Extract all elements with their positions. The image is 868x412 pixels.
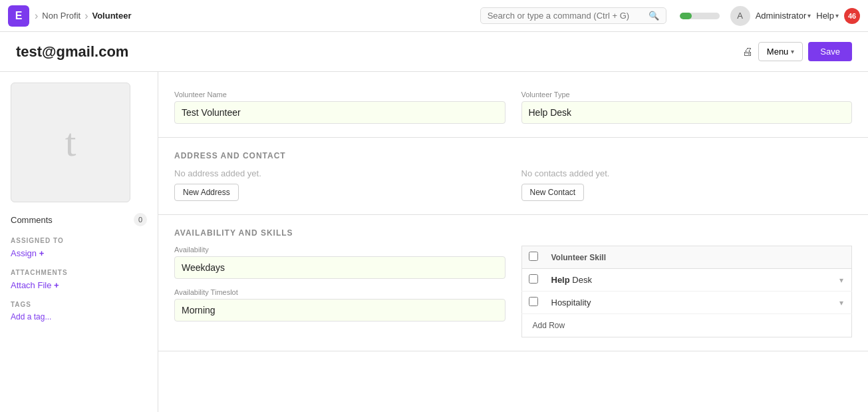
new-address-button[interactable]: New Address	[174, 184, 239, 201]
skill-checkbox-2[interactable]	[529, 297, 538, 306]
add-tag-button[interactable]: Add a tag...	[11, 312, 147, 321]
menu-caret-icon: ▾	[791, 48, 794, 55]
print-icon[interactable]: 🖨	[742, 46, 753, 58]
skills-table: Volunteer Skill Help Desk	[521, 246, 853, 337]
skill-checkbox-cell-1	[521, 269, 545, 292]
avatar-placeholder: t	[11, 83, 130, 202]
skill-dropdown-2[interactable]: ▾	[832, 292, 852, 314]
assigned-to-section: ASSIGNED TO Assign +	[11, 237, 147, 258]
timeslot-input[interactable]	[174, 299, 506, 321]
add-row-cell: Add Row	[521, 314, 852, 337]
skills-select-all-checkbox[interactable]	[529, 252, 538, 261]
admin-caret-icon: ▾	[807, 12, 811, 19]
availability-col: Availability Availability Timeslot	[174, 246, 506, 337]
notification-badge[interactable]: 46	[844, 8, 860, 24]
timeslot-group: Availability Timeslot	[174, 288, 506, 321]
skills-header-label: Volunteer Skill	[545, 246, 832, 269]
volunteer-type-group: Volunteer Type	[521, 91, 853, 124]
help-caret-icon: ▾	[835, 12, 839, 19]
breadcrumb-parent[interactable]: Non Profit	[42, 11, 80, 21]
skill-checkbox-1[interactable]	[529, 274, 538, 284]
new-contact-button[interactable]: New Contact	[521, 184, 585, 201]
address-contact-section: ADDRESS AND CONTACT No address added yet…	[158, 138, 868, 215]
skills-col: Volunteer Skill Help Desk	[521, 246, 853, 337]
menu-button[interactable]: Menu ▾	[758, 42, 803, 61]
attachments-title: ATTACHMENTS	[11, 269, 147, 276]
comments-count: 0	[134, 213, 147, 226]
timeslot-label: Availability Timeslot	[174, 288, 506, 296]
availability-group: Availability	[174, 246, 506, 279]
address-col: No address added yet. New Address	[174, 168, 506, 201]
volunteer-type-input[interactable]	[521, 101, 853, 124]
comments-label: Comments	[11, 215, 53, 225]
assigned-to-title: ASSIGNED TO	[11, 237, 147, 244]
volunteer-name-input[interactable]	[174, 101, 506, 124]
skill-dropdown-1[interactable]: ▾	[832, 269, 852, 292]
address-contact-title: ADDRESS AND CONTACT	[174, 151, 852, 160]
admin-menu[interactable]: Administrator ▾	[756, 11, 811, 21]
availability-skills-title: AVAILABILITY AND SKILLS	[174, 228, 852, 238]
volunteer-name-label: Volunteer Name	[174, 91, 506, 99]
skills-header-checkbox-cell	[521, 246, 545, 269]
search-input[interactable]	[488, 11, 645, 21]
tags-title: TAGS	[11, 301, 147, 308]
app-icon: E	[8, 5, 29, 27]
tags-section: TAGS Add a tag...	[11, 301, 147, 321]
volunteer-name-group: Volunteer Name	[174, 91, 506, 124]
assign-button[interactable]: Assign +	[11, 248, 147, 258]
breadcrumb-sep2-icon: ›	[84, 10, 88, 22]
skill-checkbox-cell-2	[521, 292, 545, 314]
breadcrumb: › Non Profit › Volunteer	[35, 10, 131, 22]
availability-label: Availability	[174, 246, 506, 254]
breadcrumb-current: Volunteer	[92, 11, 131, 21]
breadcrumb-sep-icon: ›	[35, 10, 38, 22]
attachments-section: ATTACHMENTS Attach File +	[11, 269, 147, 290]
no-address-text: No address added yet.	[174, 168, 506, 178]
contact-col: No contacts added yet. New Contact	[506, 168, 853, 201]
comments-section: Comments 0	[11, 213, 147, 226]
table-row: Help Desk ▾	[521, 269, 852, 292]
skill-name-2: Hospitality	[545, 292, 832, 314]
availability-input[interactable]	[174, 256, 506, 279]
availability-skills-section: AVAILABILITY AND SKILLS Availability Ava…	[158, 215, 868, 351]
progress-bar	[680, 13, 720, 19]
add-row-button[interactable]: Add Row	[526, 317, 572, 334]
skill-name-1: Help Desk	[545, 269, 832, 292]
skills-header-action-cell	[832, 246, 852, 269]
volunteer-type-label: Volunteer Type	[521, 91, 853, 99]
search-icon: 🔍	[649, 11, 659, 21]
save-button[interactable]: Save	[808, 42, 852, 61]
skill-dropdown-arrow-2: ▾	[839, 298, 843, 308]
avatar-letter: t	[65, 120, 76, 166]
avatar: A	[730, 6, 750, 26]
table-row: Hospitality ▾	[521, 292, 852, 314]
add-row-row: Add Row	[521, 314, 852, 337]
help-menu[interactable]: Help ▾	[816, 11, 839, 21]
no-contact-text: No contacts added yet.	[521, 168, 853, 178]
skill-dropdown-arrow-1: ▾	[839, 276, 843, 285]
name-type-section: Volunteer Name Volunteer Type	[158, 72, 868, 138]
search-bar[interactable]: 🔍	[480, 7, 666, 24]
page-title: test@gmail.com	[16, 43, 128, 61]
attach-file-button[interactable]: Attach File +	[11, 280, 147, 290]
